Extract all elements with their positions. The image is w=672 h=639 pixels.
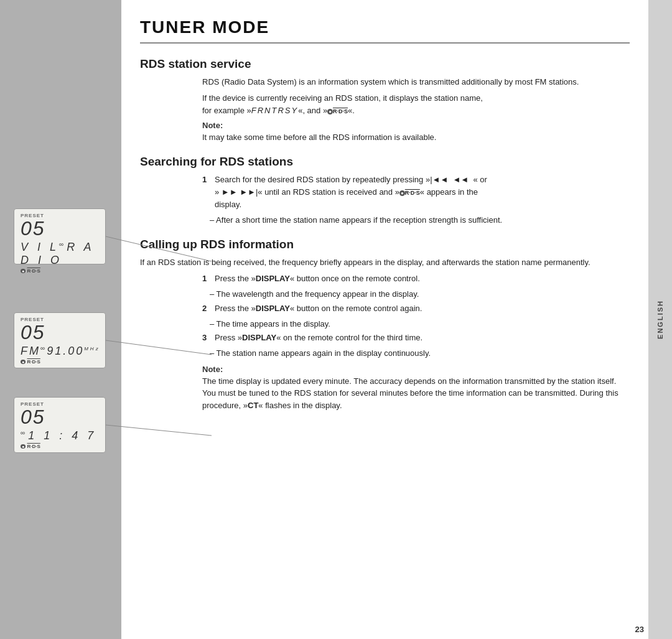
display-panel-3: PRESET 05 ∞1 1 : 4 7 ● R·D·S (14, 397, 106, 453)
calling-item3: 3 Press »DISPLAY« on the remote control … (202, 332, 630, 344)
display-panel-2: PRESET 05 FM∞91.00MHz ● R·D·S (14, 312, 106, 368)
calling-item2-num: 2 (202, 302, 211, 315)
page-header: TUNER MODE (140, 0, 630, 44)
main-content: TUNER MODE RDS station service RDS (Radi… (121, 0, 648, 639)
panel1-rds: ● R·D·S (21, 268, 99, 274)
calling-item1-content: Press the »DISPLAY« button once on the r… (215, 273, 630, 285)
calling-item2: 2 Press the »DISPLAY« button on the remo… (202, 302, 630, 315)
item1-num: 1 (202, 174, 211, 211)
rds-intro2: If the device is currently receiving an … (202, 92, 630, 117)
panel2-rds: ● R·D·S (21, 359, 99, 365)
calling-item2-content: Press the »DISPLAY« button on the remote… (215, 302, 630, 315)
calling-intro: If an RDS station is being received, the… (140, 256, 630, 269)
calling-note-block: Note: The time display is updated every … (202, 365, 630, 412)
calling-note-label: Note: (202, 365, 630, 374)
rds-station-section: RDS station service RDS (Radio Data Syst… (140, 57, 630, 144)
sidebar: PRESET 05 V I L∞R A D I O ● R·D·S PRESET… (0, 0, 121, 639)
searching-section: Searching for RDS stations 1 Search for … (140, 155, 630, 226)
calling-sub1: – The wavelength and the frequency appea… (202, 288, 630, 301)
language-label: ENGLISH (656, 300, 664, 339)
calling-item1-num: 1 (202, 273, 211, 285)
page-number: 23 (635, 625, 644, 634)
calling-item3-num: 3 (202, 332, 211, 344)
panel3-rds: ● R·D·S (21, 444, 99, 449)
searching-item1: 1 Search for the desired RDS station by … (202, 174, 630, 211)
rds-note-block: Note: It may take some time before all t… (202, 121, 630, 144)
rds-intro1: RDS (Radio Data System) is an informatio… (202, 76, 630, 88)
panel3-main: ∞1 1 : 4 7 (21, 429, 99, 442)
panel2-number: 05 (21, 322, 99, 342)
panel1-number: 05 (21, 218, 99, 238)
rds-note-label: Note: (202, 121, 630, 130)
rds-station-heading: RDS station service (140, 57, 630, 71)
calling-heading: Calling up RDS information (140, 238, 630, 251)
searching-heading: Searching for RDS stations (140, 155, 630, 169)
page-title: TUNER MODE (140, 17, 269, 37)
calling-note-text: The time display is updated every minute… (202, 375, 630, 412)
display-panel-1: PRESET 05 V I L∞R A D I O ● R·D·S (14, 208, 106, 264)
panel2-main: FM∞91.00MHz (21, 345, 99, 358)
item1-content: Search for the desired RDS station by re… (215, 174, 630, 211)
panel3-number: 05 (21, 407, 99, 427)
right-sidebar: ENGLISH (648, 0, 672, 639)
searching-sub1: – After a short time the station name ap… (202, 214, 630, 226)
calling-sub3: – The station name appears again in the … (202, 347, 630, 360)
calling-sub2: – The time appears in the display. (202, 318, 630, 330)
rds-note-text: It may take some time before all the RDS… (202, 131, 630, 144)
calling-item3-content: Press »DISPLAY« on the remote control fo… (215, 332, 630, 344)
calling-section: Calling up RDS information If an RDS sta… (140, 238, 630, 412)
panel1-main: V I L∞R A D I O (21, 241, 99, 267)
calling-item1: 1 Press the »DISPLAY« button once on the… (202, 273, 630, 285)
